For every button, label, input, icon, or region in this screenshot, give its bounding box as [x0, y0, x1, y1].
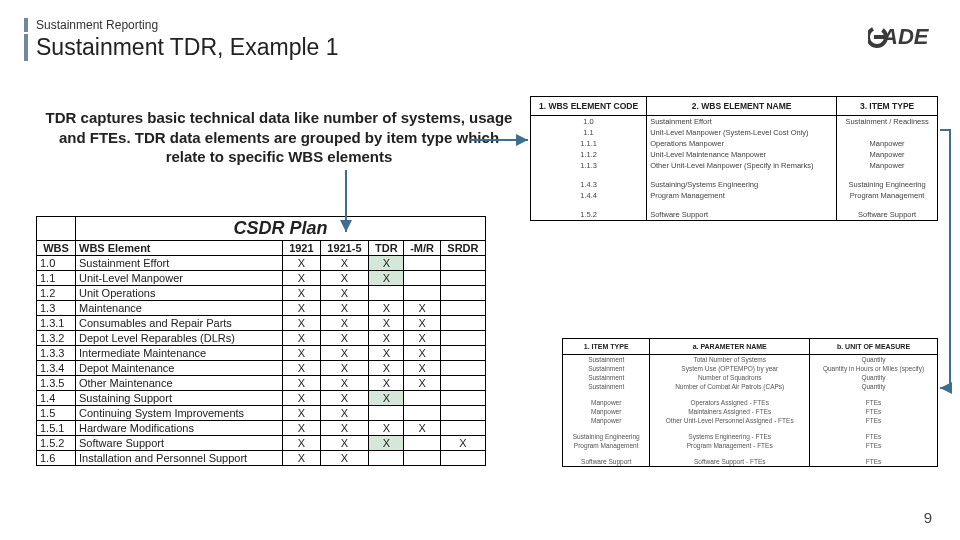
table-row: 1.4.4Program ManagementProgram Managemen…	[531, 190, 938, 201]
table-row: 1.3.1Consumables and Repair PartsXXXX	[37, 316, 486, 331]
csdr-col: TDR	[369, 241, 404, 256]
wbs-element-table: 1. WBS ELEMENT CODE2. WBS ELEMENT NAME3.…	[530, 96, 938, 221]
csdr-col: WBS Element	[76, 241, 283, 256]
table-row: SustainmentNumber of SquadronsQuantity	[563, 373, 938, 382]
table-row: SustainmentTotal Number of SystemsQuanti…	[563, 355, 938, 365]
csdr-col: 1921	[283, 241, 320, 256]
page-title: Sustainment TDR, Example 1	[24, 34, 339, 61]
table-row: Software SupportSoftware Support - FTEsF…	[563, 457, 938, 467]
table-row: 1.3MaintenanceXXXX	[37, 301, 486, 316]
kicker: Sustainment Reporting	[24, 18, 339, 32]
item-type-table: 1. ITEM TYPEa. PARAMETER NAMEb. UNIT OF …	[562, 338, 938, 467]
table-row: 1.3.3Intermediate MaintenanceXXXX	[37, 346, 486, 361]
table-row: 1.3.5Other MaintenanceXXXX	[37, 376, 486, 391]
tbl2-col: 1. ITEM TYPE	[563, 339, 650, 355]
table-row: 1.5.2Software SupportXXXX	[37, 436, 486, 451]
tbl2-col: b. UNIT OF MEASURE	[810, 339, 938, 355]
table-row: 1.1.1Operations ManpowerManpower	[531, 138, 938, 149]
table-row: SustainmentSystem Use (OPTEMPO) by yearQ…	[563, 364, 938, 373]
table-row: SustainmentNumber of Combat Air Patrols …	[563, 382, 938, 391]
tbl1-col: 3. ITEM TYPE	[837, 97, 938, 116]
csdr-title: CSDR Plan	[76, 217, 486, 241]
table-row: 1.4Sustaining SupportXXX	[37, 391, 486, 406]
table-row: Program ManagementProgram Management - F…	[563, 441, 938, 450]
cade-logo: ADE	[868, 22, 938, 56]
tbl1-col: 1. WBS ELEMENT CODE	[531, 97, 647, 116]
tbl1-col: 2. WBS ELEMENT NAME	[647, 97, 837, 116]
csdr-col: WBS	[37, 241, 76, 256]
table-row: 1.0Sustainment EffortSustainment / Readi…	[531, 116, 938, 128]
table-row: 1.4.3Sustaining/Systems EngineeringSusta…	[531, 179, 938, 190]
csdr-col: -M/R	[404, 241, 440, 256]
csdr-col: 1921-5	[320, 241, 369, 256]
table-row: 1.6Installation and Personnel SupportXX	[37, 451, 486, 466]
table-row: 1.5.1Hardware ModificationsXXXX	[37, 421, 486, 436]
table-row: ManpowerMaintainers Assigned - FTEsFTEs	[563, 407, 938, 416]
table-row: 1.3.2Depot Level Reparables (DLRs)XXXX	[37, 331, 486, 346]
table-row: 1.2Unit OperationsXX	[37, 286, 486, 301]
table-row: Sustaining EngineeringSystems Engineerin…	[563, 432, 938, 441]
table-row: ManpowerOther Unit-Level Personnel Assig…	[563, 416, 938, 425]
table-row: 1.1Unit-Level Manpower (System-Level Cos…	[531, 127, 938, 138]
slide-header: Sustainment Reporting Sustainment TDR, E…	[24, 18, 339, 61]
table-row: ManpowerOperators Assigned - FTEsFTEs	[563, 398, 938, 407]
intro-text: TDR captures basic technical data like n…	[44, 108, 514, 167]
svg-rect-2	[874, 35, 888, 39]
tbl2-col: a. PARAMETER NAME	[650, 339, 810, 355]
table-row: 1.1.3Other Unit-Level Manpower (Specify …	[531, 160, 938, 171]
svg-text:ADE: ADE	[881, 24, 930, 49]
csdr-plan-table: CSDR PlanWBSWBS Element19211921-5TDR-M/R…	[36, 216, 486, 466]
page-number: 9	[924, 509, 932, 526]
table-row: 1.3.4Depot MaintenanceXXXX	[37, 361, 486, 376]
csdr-col: SRDR	[440, 241, 485, 256]
table-row: 1.5Continuing System ImprovementsXX	[37, 406, 486, 421]
table-row: 1.1Unit-Level ManpowerXXX	[37, 271, 486, 286]
table-row: 1.0Sustainment EffortXXX	[37, 256, 486, 271]
table-row: 1.1.2Unit-Level Maintenance ManpowerManp…	[531, 149, 938, 160]
table-row: 1.5.2Software SupportSoftware Support	[531, 209, 938, 221]
